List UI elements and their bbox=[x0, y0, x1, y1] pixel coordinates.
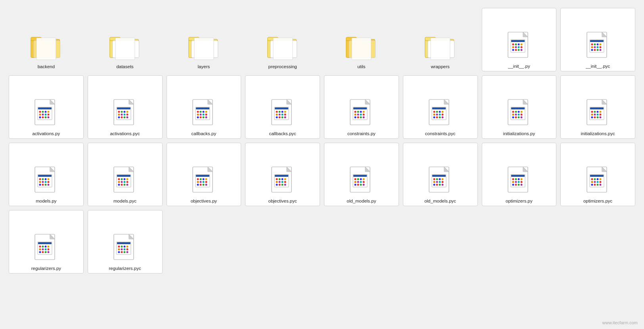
file-item---init---pyc[interactable]: __init__.pyc bbox=[560, 8, 635, 71]
svg-point-291 bbox=[433, 184, 435, 186]
svg-point-339 bbox=[42, 249, 44, 251]
file-item-regularizers-pyc[interactable]: regularizers.pyc bbox=[88, 210, 163, 274]
svg-point-236 bbox=[197, 181, 199, 183]
svg-point-136 bbox=[360, 114, 362, 116]
svg-point-170 bbox=[518, 114, 519, 116]
file-item-objectives-pyc[interactable]: objectives.pyc bbox=[245, 143, 320, 206]
svg-point-226 bbox=[126, 184, 128, 186]
file-item-datasets[interactable]: datasets bbox=[88, 8, 163, 71]
svg-point-274 bbox=[355, 184, 356, 186]
file-item-models-py[interactable]: models.py bbox=[9, 143, 84, 206]
file-item-wrappers[interactable]: wrappers bbox=[403, 8, 478, 71]
file-item-initializations-pyc[interactable]: initializations.pyc bbox=[560, 75, 635, 139]
svg-point-79 bbox=[118, 111, 120, 113]
py-file-icon bbox=[30, 164, 62, 196]
file-item-callbacks-pyc[interactable]: callbacks.pyc bbox=[245, 75, 320, 139]
svg-point-250 bbox=[278, 178, 280, 180]
svg-point-199 bbox=[42, 178, 44, 180]
svg-point-320 bbox=[599, 178, 601, 180]
svg-point-133 bbox=[363, 111, 365, 113]
svg-point-29 bbox=[515, 44, 517, 46]
svg-point-168 bbox=[512, 114, 514, 116]
svg-point-254 bbox=[278, 181, 280, 183]
svg-point-38 bbox=[518, 49, 519, 51]
svg-point-30 bbox=[518, 44, 519, 46]
svg-point-113 bbox=[276, 111, 278, 113]
file-item-models-pyc[interactable]: models.pyc bbox=[88, 143, 163, 206]
svg-point-167 bbox=[520, 111, 522, 113]
file-item-layers[interactable]: layers bbox=[167, 8, 242, 71]
svg-rect-112 bbox=[275, 107, 288, 109]
svg-point-202 bbox=[39, 181, 41, 183]
svg-point-132 bbox=[360, 111, 362, 113]
svg-point-208 bbox=[45, 184, 47, 186]
svg-point-121 bbox=[276, 117, 278, 119]
py-file-icon bbox=[503, 164, 535, 196]
svg-point-239 bbox=[205, 181, 207, 183]
file-item-backend[interactable]: backend bbox=[9, 8, 84, 71]
svg-rect-11 bbox=[194, 38, 214, 59]
svg-point-311 bbox=[520, 184, 522, 186]
svg-point-174 bbox=[518, 117, 519, 119]
svg-point-155 bbox=[433, 117, 435, 119]
svg-point-139 bbox=[357, 117, 359, 119]
file-item-preprocessing[interactable]: preprocessing bbox=[245, 8, 320, 71]
svg-point-37 bbox=[515, 49, 517, 51]
file-item-initializations-py[interactable]: initializations.py bbox=[482, 75, 557, 139]
svg-point-46 bbox=[594, 44, 596, 46]
svg-point-268 bbox=[360, 178, 362, 180]
svg-point-67 bbox=[42, 114, 44, 116]
file-item-constraints-py[interactable]: constraints.py bbox=[324, 75, 399, 139]
py-file-icon bbox=[109, 97, 141, 129]
svg-point-336 bbox=[45, 246, 47, 248]
svg-point-240 bbox=[197, 184, 199, 186]
file-item-old-models-py[interactable]: old_models.py bbox=[324, 143, 399, 206]
py-file-icon bbox=[582, 97, 614, 129]
svg-rect-265 bbox=[353, 175, 367, 177]
svg-point-257 bbox=[276, 184, 278, 186]
svg-point-243 bbox=[205, 184, 207, 186]
svg-rect-248 bbox=[275, 175, 288, 177]
svg-point-115 bbox=[281, 111, 283, 113]
file-label: preprocessing bbox=[268, 64, 297, 69]
file-item-callbacks-py[interactable]: callbacks.py bbox=[167, 75, 242, 139]
py-file-icon bbox=[582, 164, 614, 196]
file-label: objectives.pyc bbox=[268, 199, 297, 203]
svg-point-307 bbox=[520, 181, 522, 183]
svg-point-288 bbox=[436, 181, 438, 183]
file-item-optimizers-py[interactable]: optimizers.py bbox=[482, 143, 557, 206]
svg-point-185 bbox=[591, 114, 593, 116]
folder-icon-utils bbox=[345, 30, 377, 62]
file-label: regularizers.pyc bbox=[109, 266, 141, 271]
svg-point-273 bbox=[363, 181, 365, 183]
file-label: callbacks.py bbox=[192, 131, 217, 136]
py-file-icon bbox=[424, 97, 456, 129]
svg-point-260 bbox=[284, 184, 286, 186]
file-item-objectives-py[interactable]: objectives.py bbox=[167, 143, 242, 206]
file-item-optimizers-pyc[interactable]: optimizers.pyc bbox=[560, 143, 635, 206]
file-item-regularizers-py[interactable]: regularizers.py bbox=[9, 210, 84, 274]
svg-point-69 bbox=[48, 114, 50, 116]
file-item-activations-py[interactable]: activations.py bbox=[9, 75, 84, 139]
svg-point-258 bbox=[278, 184, 280, 186]
svg-point-137 bbox=[363, 114, 365, 116]
file-label: __init__.py bbox=[508, 64, 530, 69]
file-item-old-models-pyc[interactable]: old_models.pyc bbox=[403, 143, 478, 206]
svg-point-300 bbox=[512, 178, 514, 180]
svg-point-294 bbox=[442, 184, 444, 186]
svg-point-328 bbox=[599, 184, 601, 186]
svg-rect-333 bbox=[38, 242, 52, 244]
file-item-constraints-pyc[interactable]: constraints.pyc bbox=[403, 75, 478, 139]
svg-point-186 bbox=[594, 114, 596, 116]
svg-point-342 bbox=[39, 251, 41, 253]
svg-point-255 bbox=[281, 181, 283, 183]
file-item---init---py[interactable]: __init__.py bbox=[482, 8, 557, 71]
svg-point-271 bbox=[357, 181, 359, 183]
file-item-activations-pyc[interactable]: activations.pyc bbox=[88, 75, 163, 139]
svg-point-151 bbox=[433, 114, 435, 116]
svg-point-266 bbox=[355, 178, 356, 180]
svg-point-83 bbox=[118, 114, 120, 116]
file-item-utils[interactable]: utils bbox=[324, 8, 399, 71]
svg-point-334 bbox=[39, 246, 41, 248]
svg-point-292 bbox=[436, 184, 438, 186]
